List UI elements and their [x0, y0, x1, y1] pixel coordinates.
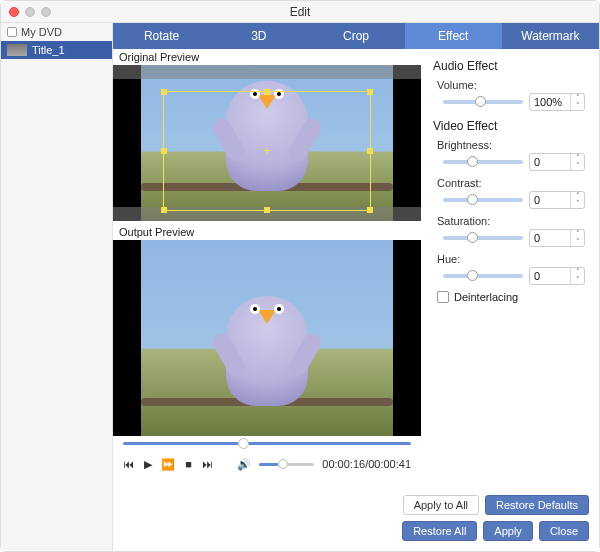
close-window-icon[interactable] — [9, 7, 19, 17]
brightness-row: Brightness: 0 ˄˅ — [433, 139, 587, 171]
deinterlace-checkbox[interactable] — [437, 291, 449, 303]
step-up-icon[interactable]: ˄ — [571, 192, 584, 200]
hue-slider[interactable] — [443, 274, 523, 278]
restore-all-button[interactable]: Restore All — [402, 521, 477, 541]
minimize-window-icon[interactable] — [25, 7, 35, 17]
progress-thumb[interactable] — [238, 438, 249, 449]
audio-effect-title: Audio Effect — [433, 59, 587, 73]
zoom-window-icon[interactable] — [41, 7, 51, 17]
saturation-label: Saturation: — [437, 215, 587, 227]
crop-handle[interactable] — [367, 207, 373, 213]
deinterlace-row[interactable]: Deinterlacing — [433, 291, 587, 303]
workrow: Original Preview — [113, 49, 599, 551]
crop-handle[interactable] — [264, 89, 270, 95]
main: Rotate 3D Crop Effect Watermark Original… — [113, 23, 599, 551]
timecode: 00:00:16/00:00:41 — [322, 458, 411, 470]
close-button[interactable]: Close — [539, 521, 589, 541]
content: My DVD Title_1 Rotate 3D Crop Effect Wat… — [1, 23, 599, 551]
original-preview-label: Original Preview — [113, 49, 421, 65]
playback-controls: ⏮ ▶ ⏩ ■ ⏭ 🔊 00:00:16/00:00:41 — [113, 450, 421, 478]
crop-handle[interactable] — [367, 89, 373, 95]
crop-handle[interactable] — [264, 207, 270, 213]
slider-thumb[interactable] — [467, 270, 478, 281]
deinterlace-label: Deinterlacing — [454, 291, 518, 303]
step-up-icon[interactable]: ˄ — [571, 230, 584, 238]
step-up-icon[interactable]: ˄ — [571, 154, 584, 162]
crop-center-icon[interactable]: + — [261, 145, 273, 157]
slider-thumb[interactable] — [467, 194, 478, 205]
checkbox-icon[interactable] — [7, 27, 17, 37]
progress-track[interactable] — [123, 442, 411, 445]
fast-forward-icon[interactable]: ⏩ — [161, 458, 175, 471]
crop-rectangle[interactable]: + — [163, 91, 371, 211]
sidebar-item-label: Title_1 — [32, 44, 65, 56]
bird-icon — [226, 296, 308, 406]
slider-thumb[interactable] — [467, 232, 478, 243]
step-down-icon[interactable]: ˅ — [571, 162, 584, 170]
bottom-bar: Apply to All Restore Defaults Restore Al… — [113, 489, 599, 551]
hue-field[interactable]: 0 ˄˅ — [529, 267, 585, 285]
titlebar: Edit — [1, 1, 599, 23]
slider-thumb[interactable] — [475, 96, 486, 107]
progress-bar[interactable] — [113, 436, 421, 450]
tab-crop[interactable]: Crop — [307, 23, 404, 49]
brightness-slider[interactable] — [443, 160, 523, 164]
apply-button[interactable]: Apply — [483, 521, 533, 541]
output-preview-label: Output Preview — [113, 224, 421, 240]
contrast-slider[interactable] — [443, 198, 523, 202]
crop-handle[interactable] — [367, 148, 373, 154]
sidebar: My DVD Title_1 — [1, 23, 113, 551]
volume-icon[interactable]: 🔊 — [237, 458, 251, 471]
window-title: Edit — [1, 5, 599, 19]
volume-thumb[interactable] — [278, 459, 288, 469]
effects-panel: Audio Effect Volume: 100% ˄˅ Video Effec… — [421, 49, 599, 551]
hue-label: Hue: — [437, 253, 587, 265]
step-up-icon[interactable]: ˄ — [571, 268, 584, 276]
preview-column: Original Preview — [113, 49, 421, 551]
hue-row: Hue: 0 ˄˅ — [433, 253, 587, 285]
tab-rotate[interactable]: Rotate — [113, 23, 210, 49]
brightness-field[interactable]: 0 ˄˅ — [529, 153, 585, 171]
contrast-label: Contrast: — [437, 177, 587, 189]
crop-handle[interactable] — [161, 207, 167, 213]
saturation-row: Saturation: 0 ˄˅ — [433, 215, 587, 247]
volume-row: Volume: 100% ˄˅ — [433, 79, 587, 111]
volume-field[interactable]: 100% ˄˅ — [529, 93, 585, 111]
step-down-icon[interactable]: ˅ — [571, 238, 584, 246]
sidebar-root[interactable]: My DVD — [1, 23, 112, 41]
step-down-icon[interactable]: ˅ — [571, 276, 584, 284]
video-frame — [141, 240, 393, 436]
step-down-icon[interactable]: ˅ — [571, 102, 584, 110]
tab-watermark[interactable]: Watermark — [502, 23, 599, 49]
contrast-row: Contrast: 0 ˄˅ — [433, 177, 587, 209]
original-preview[interactable]: + — [113, 65, 421, 221]
window-controls — [9, 7, 51, 17]
step-up-icon[interactable]: ˄ — [571, 94, 584, 102]
volume-slider[interactable] — [443, 100, 523, 104]
restore-defaults-button[interactable]: Restore Defaults — [485, 495, 589, 515]
brightness-label: Brightness: — [437, 139, 587, 151]
play-icon[interactable]: ▶ — [142, 458, 153, 471]
tab-3d[interactable]: 3D — [210, 23, 307, 49]
sidebar-root-label: My DVD — [21, 26, 62, 38]
slider-thumb[interactable] — [467, 156, 478, 167]
step-down-icon[interactable]: ˅ — [571, 200, 584, 208]
volume-slider[interactable] — [259, 463, 314, 466]
video-effect-title: Video Effect — [433, 119, 587, 133]
edit-window: Edit My DVD Title_1 Rotate 3D Crop Effec… — [0, 0, 600, 552]
apply-to-all-button[interactable]: Apply to All — [403, 495, 479, 515]
saturation-slider[interactable] — [443, 236, 523, 240]
tabs: Rotate 3D Crop Effect Watermark — [113, 23, 599, 49]
output-preview[interactable] — [113, 240, 421, 436]
prev-frame-icon[interactable]: ⏮ — [123, 458, 134, 470]
crop-handle[interactable] — [161, 89, 167, 95]
next-frame-icon[interactable]: ⏭ — [202, 458, 213, 470]
thumbnail-icon — [7, 44, 27, 56]
contrast-field[interactable]: 0 ˄˅ — [529, 191, 585, 209]
tab-effect[interactable]: Effect — [405, 23, 502, 49]
volume-label: Volume: — [437, 79, 587, 91]
crop-handle[interactable] — [161, 148, 167, 154]
stop-icon[interactable]: ■ — [183, 458, 194, 470]
sidebar-item-title1[interactable]: Title_1 — [1, 41, 112, 59]
saturation-field[interactable]: 0 ˄˅ — [529, 229, 585, 247]
